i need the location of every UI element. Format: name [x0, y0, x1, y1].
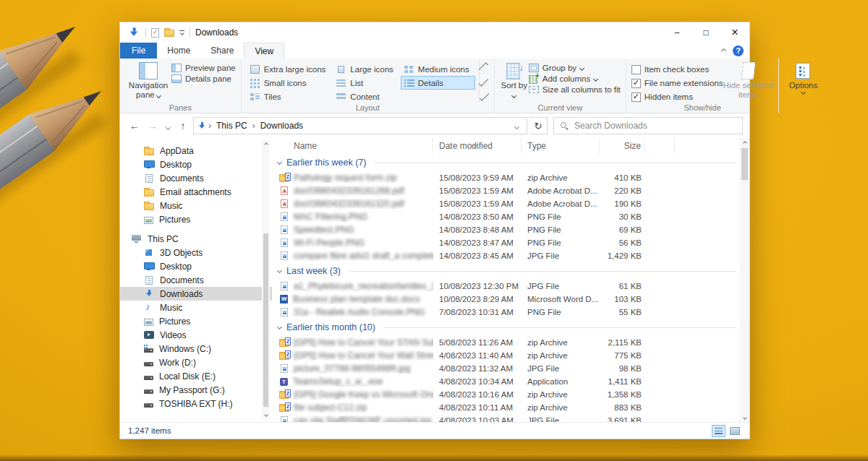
file-row[interactable]: TeamsSetup_c_w_.exe4/08/2023 10:34 AMApp…	[276, 375, 738, 388]
layout-option-extra-large-icons[interactable]: Extra large icons	[247, 62, 332, 76]
sidebar-item-toshiba-ext-h[interactable]: TOSHIBA EXT (H:)	[120, 397, 272, 410]
options-button[interactable]: Options	[784, 61, 822, 94]
scroll-up-icon[interactable]	[740, 138, 749, 147]
scrollbar-thumb[interactable]	[263, 233, 268, 407]
file-row[interactable]: [GP5] How to Cancel Your Wall Street Jou…	[276, 349, 738, 362]
sidebar-item-my-passport-g[interactable]: My Passport (G:)	[120, 383, 272, 397]
collapse-ribbon-icon[interactable]	[721, 48, 726, 53]
column-header-date-modified[interactable]: Date modified	[433, 138, 522, 154]
sidebar-item-pictures[interactable]: Pictures	[120, 212, 272, 226]
file-row[interactable]: Speedtest.PNG14/08/2023 8:48 AMPNG File6…	[276, 223, 738, 236]
group-header-earlier-this-month-10[interactable]: Earlier this month (10)	[276, 319, 738, 336]
sidebar-item-music[interactable]: Music	[120, 199, 272, 212]
column-header-size[interactable]: Size	[600, 138, 644, 154]
gallery-up-icon[interactable]	[479, 62, 488, 72]
sidebar-item-this-pc[interactable]: This PC	[120, 232, 272, 246]
checkbox-icon[interactable]	[631, 92, 641, 102]
chevron-down-icon[interactable]	[277, 267, 282, 272]
file-row[interactable]: can site StaffPSWcWF unsorted.jpg4/08/20…	[276, 414, 738, 422]
sidebar-item-desktop[interactable]: Desktop	[120, 158, 272, 171]
thumbnails-view-toggle[interactable]	[728, 425, 741, 437]
layout-option-tiles[interactable]: Tiles	[247, 90, 332, 103]
address-box[interactable]: This PCDownloads	[193, 117, 527, 134]
up-button[interactable]: ↑	[175, 120, 191, 132]
recent-locations-dropdown-icon[interactable]	[163, 120, 173, 132]
checkbox-icon[interactable]	[631, 79, 641, 88]
minimize-button[interactable]	[663, 22, 692, 43]
checkbox-hidden-items[interactable]: Hidden items	[631, 91, 723, 103]
scrollbar-thumb[interactable]	[741, 148, 748, 180]
scroll-down-icon[interactable]	[740, 413, 749, 422]
qat-new-folder-icon[interactable]	[164, 30, 174, 37]
file-row[interactable]: file subject-C12.zip4/08/2023 10:11 AMzi…	[276, 401, 738, 414]
checkbox-file-name-extensions[interactable]: File name extensions	[631, 77, 723, 89]
scroll-down-icon[interactable]	[262, 410, 270, 419]
file-row[interactable]: [GP5] Google Keep vs Microsoft OneNote..…	[276, 388, 738, 401]
group-by-button[interactable]: Group by	[529, 64, 621, 72]
breadcrumb-segment-downloads[interactable]: Downloads	[257, 121, 307, 131]
sidebar-item-local-disk-e[interactable]: Local Disk (E:)	[120, 369, 272, 383]
forward-button[interactable]: →	[145, 120, 161, 132]
search-input[interactable]: Search Downloads	[553, 117, 743, 134]
file-row[interactable]: [GP5] How to Cancel Your STAN Subscri...…	[276, 336, 738, 349]
group-header-earlier-this-week-7[interactable]: Earlier this week (7)	[276, 154, 738, 171]
gallery-more-icon[interactable]	[482, 90, 487, 100]
chevron-down-icon[interactable]	[277, 159, 282, 164]
sidebar-item-documents[interactable]: Documents	[120, 171, 272, 185]
group-header-last-week-3[interactable]: Last week (3)	[276, 262, 738, 280]
sidebar-item-work-d[interactable]: Work (D:)	[120, 356, 272, 369]
details-pane-button[interactable]: Details pane	[171, 74, 236, 83]
file-row[interactable]: compare fibre adsl1 draft_a completed.jp…	[276, 249, 738, 262]
sidebar-item-windows-c[interactable]: Windows (C:)	[120, 342, 272, 356]
add-columns-button[interactable]: Add columns	[529, 74, 621, 83]
sidebar-item-desktop[interactable]: Desktop	[120, 259, 272, 273]
column-header-type[interactable]: Type	[522, 138, 600, 154]
sidebar-item-email-attachments[interactable]: Email attachments	[120, 185, 272, 199]
layout-option-medium-icons[interactable]: Medium icons	[401, 62, 475, 76]
file-row[interactable]: doc03660432339161320.pdf15/08/2023 1:59 …	[276, 197, 738, 210]
sidebar-item-appdata[interactable]: AppData	[120, 144, 272, 158]
address-dropdown-icon[interactable]	[510, 121, 524, 131]
layout-option-list[interactable]: List	[333, 76, 399, 90]
layout-option-large-icons[interactable]: Large icons	[333, 62, 399, 76]
column-header-name[interactable]: Name	[276, 138, 433, 154]
tab-file[interactable]: File	[120, 43, 157, 59]
checkbox-item-check-boxes[interactable]: Item check boxes	[631, 64, 723, 75]
gallery-down-icon[interactable]	[479, 77, 488, 86]
file-row[interactable]: Wi-Fi People.PNG14/08/2023 8:47 AMPNG Fi…	[276, 236, 738, 249]
layout-option-content[interactable]: Content	[333, 90, 399, 103]
file-row[interactable]: a1_Phylebicure_recreationfamilies_2.jpg1…	[276, 280, 738, 293]
layout-option-details[interactable]: Details	[401, 76, 475, 90]
file-row[interactable]: 31a - Realtek Audio Console.PNG7/08/2023…	[276, 306, 738, 319]
sidebar-item-pictures[interactable]: Pictures	[120, 314, 272, 328]
help-icon[interactable]: ?	[733, 46, 744, 56]
navigation-scrollbar[interactable]	[262, 139, 270, 419]
file-row[interactable]: MAC Filtering.PNG14/08/2023 8:50 AMPNG F…	[276, 210, 738, 223]
file-row[interactable]: doc03660432339161268.pdf15/08/2023 1:59 …	[276, 184, 738, 197]
tab-home[interactable]: Home	[157, 43, 200, 59]
details-view-toggle[interactable]	[712, 425, 726, 437]
scroll-up-icon[interactable]	[262, 139, 270, 149]
sidebar-item-downloads[interactable]: Downloads	[120, 287, 272, 301]
back-button[interactable]: ←	[127, 120, 142, 132]
chevron-down-icon[interactable]	[277, 324, 282, 329]
tab-share[interactable]: Share	[200, 43, 244, 59]
checkbox-icon[interactable]	[631, 65, 641, 74]
maximize-button[interactable]	[692, 22, 720, 43]
file-row[interactable]: Pathology request form.zip15/08/2023 9:5…	[276, 171, 738, 184]
tab-view[interactable]: View	[244, 43, 284, 59]
breadcrumb-segment-this-pc[interactable]: This PC	[213, 121, 251, 131]
navigation-pane-button[interactable]: Navigation pane	[125, 61, 171, 100]
file-row[interactable]: picture_07788-98055498R.jpg4/08/2023 11:…	[276, 362, 738, 375]
file-row[interactable]: Business plan template doc.docx10/08/202…	[276, 293, 738, 306]
close-button[interactable]	[720, 22, 749, 43]
qat-properties-icon[interactable]	[151, 28, 159, 38]
size-all-columns-button[interactable]: Size all columns to fit	[529, 85, 621, 94]
file-list-scrollbar[interactable]	[740, 138, 749, 422]
sort-by-button[interactable]: Sort by	[500, 61, 529, 100]
preview-pane-button[interactable]: Preview pane	[171, 64, 236, 72]
sidebar-item-documents[interactable]: Documents	[120, 273, 272, 287]
sidebar-item-3d-objects[interactable]: 3D Objects	[120, 246, 272, 259]
qat-customize-dropdown-icon[interactable]	[179, 30, 184, 35]
sidebar-item-music[interactable]: Music	[120, 301, 272, 314]
